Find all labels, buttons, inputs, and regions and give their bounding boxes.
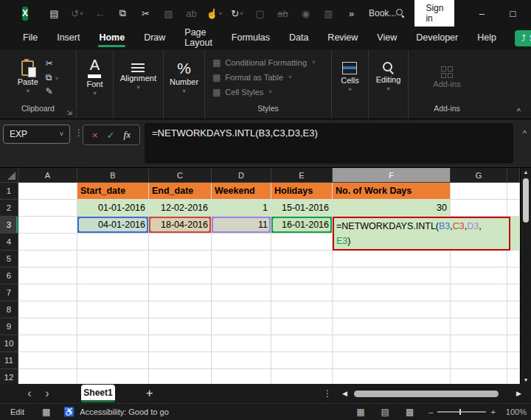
sheet-tab-sheet1[interactable]: Sheet1 xyxy=(81,385,115,402)
cell-partial[interactable] xyxy=(507,369,520,384)
strikethrough-icon[interactable]: ab xyxy=(271,4,294,22)
cell-partial[interactable] xyxy=(507,352,520,369)
tab-file[interactable]: File xyxy=(22,29,38,47)
cell-a4[interactable] xyxy=(18,234,77,251)
cell-a9[interactable] xyxy=(18,318,77,335)
search-button[interactable] xyxy=(396,7,404,20)
cell-f6[interactable] xyxy=(333,267,451,284)
tab-formulas[interactable]: Formulas xyxy=(231,29,271,47)
cell-g10[interactable] xyxy=(451,335,507,352)
cell-partial[interactable] xyxy=(507,301,520,318)
cell-c5[interactable] xyxy=(149,251,212,267)
cell-f5[interactable] xyxy=(333,251,451,267)
cell-d4[interactable] xyxy=(212,234,271,251)
vertical-scrollbar-thumb[interactable] xyxy=(523,178,529,223)
styles-item-format-as-table[interactable]: ▦Format as Table˅ xyxy=(212,72,292,83)
replace-icon[interactable]: ab xyxy=(180,4,203,22)
tab-page-layout[interactable]: Page Layout xyxy=(184,24,213,52)
cell-e7[interactable] xyxy=(271,284,333,301)
copy-button[interactable]: ⧉ ˅ xyxy=(46,72,59,83)
row-header-10[interactable]: 10 xyxy=(0,335,18,352)
column-header-c[interactable]: C xyxy=(149,168,212,183)
insert-function-button[interactable]: fx xyxy=(124,129,131,141)
cell-partial[interactable] xyxy=(507,200,520,217)
row-header-5[interactable]: 5 xyxy=(0,251,18,267)
cell-a7[interactable] xyxy=(18,284,77,301)
cell-g1[interactable] xyxy=(451,183,507,200)
paste-button[interactable]: Paste ˅ xyxy=(18,60,38,94)
normal-view-button[interactable]: ▦ xyxy=(356,407,364,417)
cell-d9[interactable] xyxy=(212,318,271,335)
cell-g11[interactable] xyxy=(451,352,507,369)
next-sheet-button[interactable]: › xyxy=(38,387,56,400)
cell-f8[interactable] xyxy=(333,301,451,318)
cell-a11[interactable] xyxy=(18,352,77,369)
cell-partial[interactable] xyxy=(507,284,520,301)
redo-icon[interactable]: ↻˅ xyxy=(226,4,249,22)
cell-d3[interactable]: 11 xyxy=(212,217,271,234)
cell-b10[interactable] xyxy=(77,335,149,352)
macro-record-icon[interactable]: ▦ xyxy=(42,407,50,417)
cell-e3[interactable]: 16-01-2016 xyxy=(271,217,333,234)
touch-mode-icon[interactable]: ☝˅ xyxy=(203,4,226,22)
format-painter-button[interactable]: ✎ xyxy=(46,86,59,97)
row-header-4[interactable]: 4 xyxy=(0,234,18,251)
cell-a12[interactable] xyxy=(18,369,77,384)
cell-partial[interactable] xyxy=(507,318,520,335)
zoom-level[interactable]: 100% xyxy=(506,407,527,416)
undo-icon[interactable]: ↺˅ xyxy=(66,4,88,22)
tab-help[interactable]: Help xyxy=(476,29,497,47)
addins-button[interactable]: Add-ins xyxy=(433,66,460,88)
tab-insert[interactable]: Insert xyxy=(56,29,80,47)
row-header-8[interactable]: 8 xyxy=(0,301,18,318)
page-break-view-button[interactable]: ▩ xyxy=(406,407,414,417)
cell-a10[interactable] xyxy=(18,335,77,352)
number-button[interactable]: % Number ˅ xyxy=(170,60,198,94)
cell-a1[interactable] xyxy=(18,183,77,200)
cell-e2[interactable]: 15-01-2016 xyxy=(271,200,333,217)
cell-e4[interactable] xyxy=(271,234,333,251)
cell-b6[interactable] xyxy=(77,267,149,284)
column-header-partial[interactable] xyxy=(507,168,520,183)
cell-b4[interactable] xyxy=(77,234,149,251)
tab-home[interactable]: Home xyxy=(98,29,125,47)
cell-g9[interactable] xyxy=(451,318,507,335)
cell-b8[interactable] xyxy=(77,301,149,318)
new-file-icon[interactable]: ▢ xyxy=(249,4,271,22)
cell-partial[interactable] xyxy=(507,335,520,352)
cut-button[interactable]: ✂ xyxy=(46,58,59,69)
cell-g12[interactable] xyxy=(451,369,507,384)
cell-d2[interactable]: 1 xyxy=(212,200,271,217)
minimize-button[interactable]: – xyxy=(466,0,497,27)
column-header-d[interactable]: D xyxy=(212,168,271,183)
alignment-button[interactable]: Alignment ˅ xyxy=(120,63,156,91)
select-all-corner[interactable] xyxy=(0,168,18,183)
column-header-g[interactable]: G xyxy=(451,168,507,183)
cell-d10[interactable] xyxy=(212,335,271,352)
cell-c4[interactable] xyxy=(149,234,212,251)
cell-b7[interactable] xyxy=(77,284,149,301)
lookup-icon[interactable]: ▥ xyxy=(317,4,340,22)
row-header-6[interactable]: 6 xyxy=(0,267,18,284)
cell-d5[interactable] xyxy=(212,251,271,267)
cell-c9[interactable] xyxy=(149,318,212,335)
cells-button[interactable]: Cells ˅ xyxy=(341,62,358,93)
cell-a6[interactable] xyxy=(18,267,77,284)
cell-d11[interactable] xyxy=(212,352,271,369)
cell-e8[interactable] xyxy=(271,301,333,318)
add-sheet-button[interactable]: + xyxy=(146,387,153,400)
cell-c6[interactable] xyxy=(149,267,212,284)
camera-icon[interactable]: ◉ xyxy=(294,4,317,22)
cell-c3[interactable]: 18-04-2016 xyxy=(149,217,212,234)
cell-a2[interactable] xyxy=(18,200,77,217)
cell-a3[interactable] xyxy=(18,217,77,234)
cell-e6[interactable] xyxy=(271,267,333,284)
cell-e9[interactable] xyxy=(271,318,333,335)
cell-f12[interactable] xyxy=(333,369,451,384)
cell-e12[interactable] xyxy=(271,369,333,384)
save-icon[interactable]: ▤ xyxy=(43,4,66,22)
cell-f1[interactable]: No. of Work Days xyxy=(333,183,451,200)
prev-sheet-button[interactable]: ‹ xyxy=(21,387,38,400)
row-header-3[interactable]: 3 xyxy=(0,217,18,234)
row-header-9[interactable]: 9 xyxy=(0,318,18,335)
